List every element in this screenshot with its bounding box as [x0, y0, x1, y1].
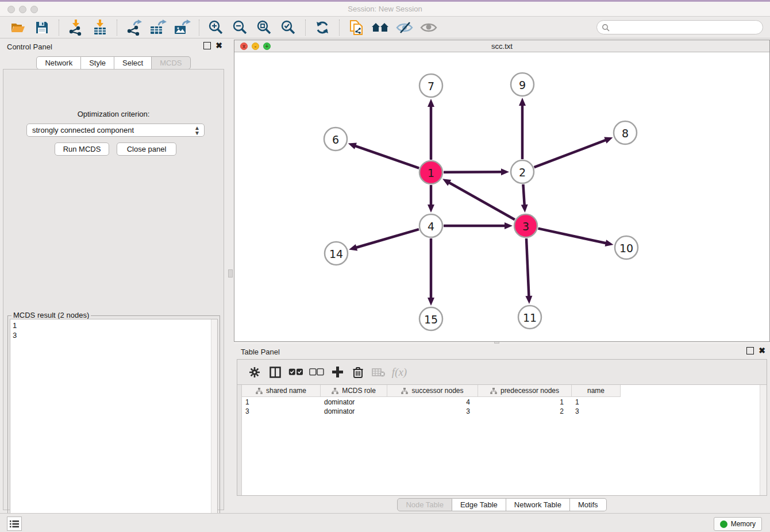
edge-2-3[interactable]: [523, 184, 524, 206]
cell-predecessor-nodes[interactable]: 1: [478, 398, 572, 407]
table-scrollbar[interactable]: [760, 385, 767, 495]
table-toolbar: f(x): [237, 360, 767, 385]
graph-node-label: 11: [523, 311, 537, 324]
select-all-columns-icon[interactable]: [286, 364, 306, 381]
close-panel-button[interactable]: Close panel: [117, 142, 176, 156]
graph-node-label: 2: [519, 166, 526, 179]
cell-predecessor-nodes[interactable]: 2: [478, 407, 572, 416]
cell-mcds-role[interactable]: dominator: [321, 398, 387, 407]
table-panel-title: Table Panel: [241, 348, 280, 356]
control-panel-tabs: Network Style Select MCDS: [0, 56, 227, 70]
search-icon: [602, 24, 610, 32]
zoom-selected-icon[interactable]: [279, 19, 298, 36]
home-icon[interactable]: [371, 19, 390, 36]
control-panel: Control Panel ✖ Network Style Select MCD…: [0, 38, 227, 513]
edge-3-11[interactable]: [526, 238, 529, 297]
tab-network[interactable]: Network: [36, 56, 81, 70]
cell-name[interactable]: 3: [572, 407, 621, 416]
edge-4-14[interactable]: [356, 229, 419, 248]
network-canvas[interactable]: 1234678910111415: [234, 52, 769, 341]
refresh-icon[interactable]: [313, 19, 332, 36]
control-panel-title: Control Panel: [7, 43, 52, 51]
edge-1-2[interactable]: [444, 172, 502, 172]
network-window-titlebar[interactable]: x - + scc.txt: [234, 40, 769, 52]
table-row[interactable]: 3 dominator 3 2 3: [242, 407, 621, 416]
hide-icon[interactable]: [395, 19, 414, 36]
mcds-result-list[interactable]: 1 3: [10, 319, 218, 532]
edge-arrowhead: [428, 99, 434, 107]
column-type-icon: [490, 388, 497, 394]
graph-node-label: 8: [622, 127, 629, 140]
cell-successor-nodes[interactable]: 4: [387, 398, 478, 407]
table-row[interactable]: 1 dominator 4 1 1: [242, 398, 621, 407]
show-column-panel-icon[interactable]: [265, 364, 286, 381]
table-tabs: Node Table Edge Table Network Table Moti…: [234, 498, 770, 511]
edge-3-10[interactable]: [538, 229, 606, 244]
run-mcds-button[interactable]: Run MCDS: [55, 142, 109, 156]
show-icon[interactable]: [419, 19, 438, 36]
cell-name[interactable]: 1: [572, 398, 621, 407]
edge-2-8[interactable]: [534, 140, 607, 167]
row-header-gutter: [237, 385, 242, 495]
result-scrollbar[interactable]: [211, 319, 217, 532]
column-label: shared name: [266, 387, 306, 395]
open-icon[interactable]: [8, 19, 28, 36]
tab-style[interactable]: Style: [81, 56, 114, 70]
column-header-name[interactable]: name: [572, 385, 621, 397]
splitter-grip[interactable]: [228, 269, 233, 277]
control-panel-float-button[interactable]: [203, 42, 211, 49]
vertical-splitter[interactable]: [227, 38, 234, 513]
control-panel-close-button[interactable]: ✖: [215, 42, 222, 49]
optimization-criterion-select[interactable]: strongly connected component ▲▼: [26, 124, 205, 137]
delete-column-trash-icon[interactable]: [348, 364, 368, 381]
network-view-window: x - + scc.txt 1234678910111415: [234, 40, 770, 342]
unselect-all-columns-icon[interactable]: [306, 364, 327, 381]
tab-select[interactable]: Select: [114, 56, 152, 70]
edge-1-6[interactable]: [355, 146, 419, 168]
column-type-icon: [332, 388, 338, 394]
save-icon[interactable]: [32, 19, 52, 36]
toolbar-separator: [117, 20, 117, 36]
list-icon: [10, 520, 19, 528]
create-column-icon[interactable]: [327, 364, 348, 381]
network-window-title: scc.txt: [234, 42, 769, 51]
export-table-icon[interactable]: [148, 19, 168, 36]
memory-button[interactable]: Memory: [714, 517, 762, 531]
toolbar-separator: [59, 20, 59, 36]
tab-edge-table[interactable]: Edge Table: [452, 498, 506, 511]
column-header-mcds-role[interactable]: MCDS role: [321, 385, 387, 397]
cell-shared-name[interactable]: 3: [242, 407, 321, 416]
column-header-predecessor-nodes[interactable]: predecessor nodes: [478, 385, 572, 397]
search-input[interactable]: [612, 23, 763, 32]
clone-network-icon[interactable]: [346, 19, 366, 36]
task-history-button[interactable]: [7, 516, 22, 531]
graph-node-label: 7: [428, 80, 434, 92]
column-header-shared-name[interactable]: shared name: [242, 385, 321, 397]
tab-network-table[interactable]: Network Table: [506, 498, 570, 511]
import-network-icon[interactable]: [66, 19, 86, 36]
column-label: MCDS role: [342, 387, 376, 395]
edge-3-1[interactable]: [448, 182, 514, 219]
zoom-out-icon[interactable]: [230, 19, 250, 36]
table-panel-float-button[interactable]: [746, 347, 754, 354]
graph-node-label: 6: [332, 133, 339, 146]
export-network-icon[interactable]: [124, 19, 144, 36]
table-panel-close-button[interactable]: ✖: [759, 347, 765, 354]
cell-mcds-role[interactable]: dominator: [321, 407, 387, 416]
cell-shared-name[interactable]: 1: [242, 398, 321, 407]
column-header-successor-nodes[interactable]: successor nodes: [387, 385, 478, 397]
search-field[interactable]: [596, 20, 763, 34]
optimization-criterion-label: Optimization criterion:: [3, 110, 224, 118]
tab-node-table[interactable]: Node Table: [397, 498, 452, 511]
export-image-icon[interactable]: [172, 19, 192, 36]
graph-node-label: 1: [428, 167, 434, 179]
cell-successor-nodes[interactable]: 3: [387, 407, 478, 416]
zoom-fit-icon[interactable]: [255, 19, 274, 36]
zoom-in-icon[interactable]: [206, 19, 226, 36]
tab-mcds[interactable]: MCDS: [152, 56, 190, 70]
import-table-icon[interactable]: [90, 19, 110, 36]
node-table: shared name MCDS role successor nodes pr…: [237, 385, 767, 495]
select-stepper-icon: ▲▼: [192, 125, 204, 136]
tab-motifs[interactable]: Motifs: [570, 498, 607, 511]
table-settings-gear-icon[interactable]: [244, 364, 265, 381]
